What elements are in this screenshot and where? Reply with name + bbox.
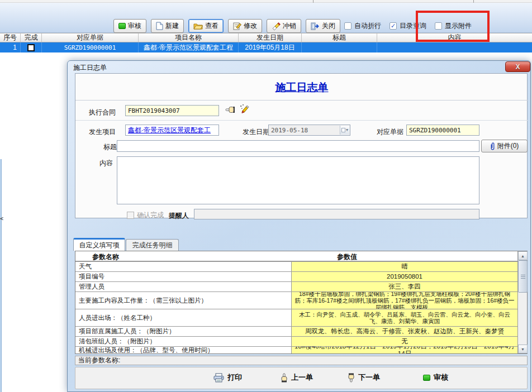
dialog-close-button[interactable]: X: [505, 61, 530, 72]
param-value[interactable]: 18#楼十层墙板加固，绑扎梁钢筋；19#楼绑扎九层支墙柱模板；20#楼十层绑扎钢…: [292, 292, 517, 309]
param-row[interactable]: 项目编号 2019050801: [75, 272, 517, 282]
checkbox-icon: [127, 212, 134, 219]
grid-col-done[interactable]: 完成: [21, 34, 42, 42]
grid-col-project[interactable]: 项目名称: [139, 34, 239, 42]
doc-input[interactable]: SGRZD190000001: [406, 125, 479, 136]
toolbar-checkbox-group: ✓ 自动折行 ✓ 目录查询 ✓ 显示附件: [344, 21, 472, 31]
scroll-down-icon[interactable]: ▼: [518, 345, 528, 353]
tab-task-detail[interactable]: 完成任务明细: [126, 239, 179, 251]
approve-green-square-icon: [118, 23, 126, 29]
construction-log-dialog: 施工日志单 X 施工日志单 执行合同 FBHT2019043007 发生项目 鑫…: [67, 60, 531, 392]
title-input[interactable]: [117, 140, 479, 152]
row-project-name: 鑫都·帝景示范区景观配套工程: [139, 42, 239, 52]
modify-button-label: 修改: [244, 21, 257, 31]
contract-input[interactable]: FBHT2019043007: [125, 105, 219, 116]
calendar-icon: [341, 128, 345, 132]
grid-col-title[interactable]: 标题: [302, 34, 377, 42]
param-row[interactable]: 主要施工内容及工作量：（需三张以上图片） 18#楼十层墙板加固，绑扎梁钢筋；19…: [75, 292, 517, 309]
reverse-button[interactable]: 冲销: [267, 19, 301, 33]
date-value: 2019-05-18: [271, 127, 308, 134]
footer-audit-button[interactable]: 审核: [423, 372, 448, 383]
param-row[interactable]: 机械进出场及使用：（品牌、型号、使用时间） 18#楼40塔吊2018年12月1日…: [75, 347, 517, 353]
grid-col-date[interactable]: 发生日期: [239, 34, 302, 42]
date-label: 发生日期: [243, 127, 269, 137]
audit-button[interactable]: 审核: [113, 19, 146, 33]
param-name: 天气: [75, 262, 292, 271]
date-dropdown-button[interactable]: ▼: [340, 126, 349, 135]
dialog-title: 施工日志单: [73, 63, 107, 73]
project-link-text[interactable]: 鑫都·帝景示范区景观配套工: [128, 126, 211, 135]
params-header-value: 参数值: [337, 252, 357, 262]
contract-pick-hand-icon[interactable]: [225, 106, 235, 114]
dialog-fields-panel: 施工日志单 执行合同 FBHT2019043007 发生项目 鑫都·帝景示范区景…: [75, 73, 528, 218]
param-name: 项目部直属施工人员：（附图片）: [75, 327, 292, 336]
contract-edit-pen-icon[interactable]: [240, 104, 249, 113]
param-value[interactable]: 周双龙、韩长忠、高海云、于修营、张麦秋、赵边防、王新兴、秦梦贤: [292, 327, 517, 336]
attachment-button[interactable]: 附件(0): [481, 140, 528, 152]
param-value[interactable]: 无: [292, 337, 517, 346]
close-button[interactable]: 关闭: [306, 19, 340, 33]
modify-edit-icon: [233, 22, 241, 30]
previous-order-button[interactable]: 上一单: [281, 372, 313, 383]
dialog-footer-bar: 打印 上一单 下一单 审核: [75, 367, 528, 389]
param-value[interactable]: 晴: [292, 262, 517, 271]
next-order-button[interactable]: 下一单: [348, 372, 380, 383]
row-content: [377, 42, 532, 52]
param-row[interactable]: 清包班组人员：（附图片） 无: [75, 337, 517, 347]
scrollbar-thumb[interactable]: [518, 260, 528, 293]
grid-col-doc[interactable]: 对应单据: [42, 34, 139, 42]
date-picker-field[interactable]: 2019-05-18 ▼: [268, 125, 350, 136]
toolbar-button-group: 审核 新建 查看 修改: [113, 19, 340, 33]
view-folder-icon: [193, 22, 203, 30]
param-value[interactable]: 张三、李四: [292, 282, 517, 291]
param-name: 清包班组人员：（附图片）: [75, 337, 292, 346]
param-row[interactable]: 管理人员 张三、李四: [75, 282, 517, 292]
auto-wrap-checkbox[interactable]: ✓ 自动折行: [344, 21, 381, 31]
checkbox-icon: ✓: [435, 22, 442, 30]
row-done-checkbox[interactable]: [27, 44, 35, 51]
show-attachment-checkbox[interactable]: ✓ 显示附件: [435, 21, 472, 31]
grid-col-seq[interactable]: 序号: [0, 34, 21, 42]
params-scrollbar[interactable]: ▲ ▼: [517, 251, 527, 353]
hand-down-icon: [348, 373, 355, 383]
param-row[interactable]: 天气 晴: [75, 262, 517, 272]
current-param-status-bar: 当前参数名称:: [75, 356, 528, 365]
paperclip-icon: [490, 142, 495, 151]
content-label: 内容: [99, 159, 113, 168]
new-button[interactable]: 新建: [151, 19, 184, 33]
title-label: 标题: [103, 142, 117, 152]
project-link-field[interactable]: 鑫都·帝景示范区景观配套工: [125, 125, 219, 136]
new-button-label: 新建: [165, 21, 179, 31]
param-row[interactable]: 项目部直属施工人员：（附图片） 周双龙、韩长忠、高海云、于修营、张麦秋、赵边防、…: [75, 327, 517, 337]
param-value[interactable]: 2019050801: [292, 272, 517, 281]
scroll-up-icon[interactable]: ▲: [518, 251, 528, 260]
params-header-row: 参数名称 参数值: [75, 251, 527, 262]
catalog-query-checkbox[interactable]: ✓ 目录查询: [390, 21, 426, 31]
param-value[interactable]: 18#楼40塔吊2018年12月1日－2019年1月20日；2019年2月19日…: [292, 347, 517, 353]
params-table: 参数名称 参数值 天气 晴 项目编号 2019050801 管理人员 张三、李四…: [75, 251, 528, 354]
content-textarea[interactable]: [117, 156, 479, 204]
view-button[interactable]: 查看: [188, 19, 224, 33]
grid-col-content[interactable]: 内容: [377, 34, 532, 42]
show-attachment-label: 显示附件: [445, 21, 472, 31]
tab-custom-fill-items[interactable]: 自定义填写项: [73, 238, 125, 251]
close-door-icon: [311, 22, 320, 30]
catalog-query-label: 目录查询: [400, 21, 426, 31]
reminder-input[interactable]: [194, 209, 479, 219]
doc-label: 对应单据: [377, 127, 403, 137]
reverse-button-label: 冲销: [283, 21, 296, 31]
left-splitter-bar[interactable]: [0, 159, 2, 392]
grid-selected-row[interactable]: 1 SGRZD190000001 鑫都·帝景示范区景观配套工程 2019年05月…: [0, 42, 532, 52]
row-title: [302, 42, 377, 52]
row-doc-no: SGRZD190000001: [42, 42, 139, 52]
param-name: 管理人员: [75, 282, 292, 291]
param-row[interactable]: 人员进出场：（姓名工种） 木工：向尹贺、向玉成、胡令学、吕延东、胡玉、向云雷、向…: [75, 309, 517, 327]
contract-label: 执行合同: [89, 108, 116, 117]
print-button[interactable]: 打印: [213, 372, 242, 383]
splitter-collapse-icon[interactable]: <: [0, 216, 3, 222]
auto-wrap-label: 自动折行: [354, 21, 381, 31]
modify-button[interactable]: 修改: [228, 19, 262, 33]
attachment-button-label: 附件(0): [497, 141, 519, 151]
param-value[interactable]: 木工：向尹贺、向玉成、胡令学、吕延东、胡玉、向云雷、向云龙、向小奎、向云飞、康浩…: [292, 309, 517, 326]
new-document-icon: [156, 22, 163, 30]
